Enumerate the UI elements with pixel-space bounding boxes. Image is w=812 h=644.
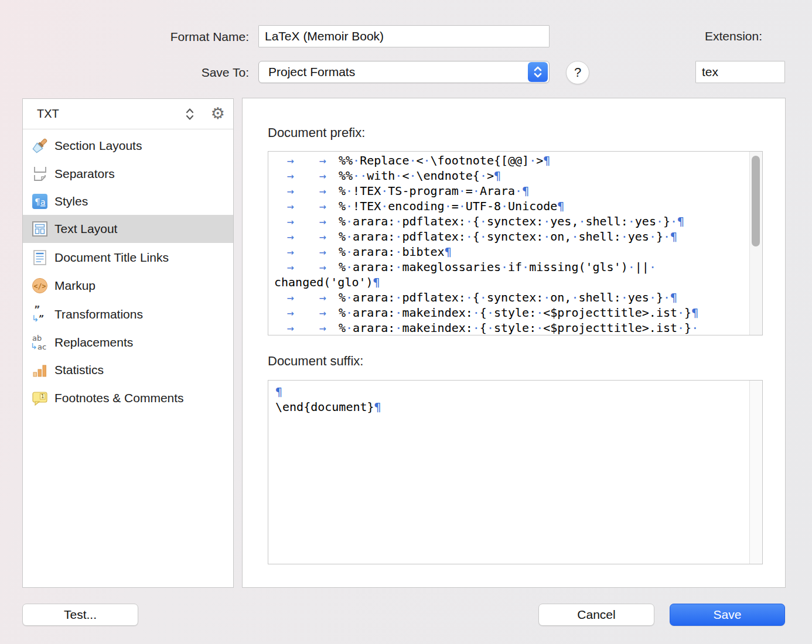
text-layout-icon [30,220,50,238]
save-to-label: Save To: [129,66,249,80]
svg-text:”: ” [39,313,44,323]
sidebar-item-label: Statistics [54,363,104,377]
svg-text:1: 1 [41,393,44,399]
quotes-arrow-icon: ” ↳ ” [30,306,50,323]
sidebar-item-label: Footnotes & Comments [54,391,184,405]
comment-bubble-icon: 1 [30,389,50,407]
sidebar-item-replacements[interactable]: ab ↳ ac Replacements [23,328,233,357]
chevron-up-down-icon[interactable] [528,62,548,82]
cancel-button[interactable]: Cancel [538,604,654,626]
svg-text:↳: ↳ [30,341,37,351]
sidebar-item-label: Markup [54,279,95,293]
test-button-label: Test... [64,608,97,622]
document-prefix-text[interactable]: →→%%·Replace·<·\footnote{[@@]·>¶→→%%··wi… [268,153,749,335]
text-layout-pane: Document prefix: →→%%·Replace·<·\footnot… [242,98,786,588]
compile-format-dialog: Format Name: Extension: Save To: Project… [0,0,812,644]
sidebar-item-statistics[interactable]: Statistics [23,356,233,384]
ab-to-ac-icon: ab ↳ ac [30,334,50,351]
sidebar-item-document-title-links[interactable]: Document Title Links [23,244,233,272]
svg-text:↳: ↳ [32,313,39,323]
save-to-select[interactable]: Project Formats [258,61,550,83]
sidebar: TXT ⚙ Section Layouts [22,98,234,588]
sidebar-item-section-layouts[interactable]: Section Layouts [23,132,233,160]
extension-label: Extension: [705,29,762,43]
format-name-label: Format Name: [70,30,249,44]
paintbrush-icon [30,137,50,155]
sidebar-item-text-layout[interactable]: Text Layout [23,215,233,243]
question-mark-icon: ? [574,65,581,80]
test-button[interactable]: Test... [22,604,138,626]
sidebar-item-label: Replacements [54,335,133,350]
cancel-button-label: Cancel [577,608,615,622]
save-button[interactable]: Save [670,604,785,626]
chevron-up-down-icon[interactable] [185,107,195,121]
sidebar-item-label: Separators [54,167,115,181]
sidebar-item-markup[interactable]: </> Markup [23,272,233,300]
help-button[interactable]: ? [566,61,589,84]
save-button-label: Save [714,608,742,622]
format-name-input[interactable] [258,25,550,47]
svg-text:ac: ac [37,342,46,351]
pane-selector-bar: TXT ⚙ [23,99,233,129]
extension-input[interactable] [695,61,785,83]
styles-icon: ¶ a [30,193,50,210]
prefix-scrollbar-thumb[interactable] [752,156,760,246]
prefix-scrollbar-track[interactable] [749,152,762,335]
bar-chart-icon [30,361,50,379]
sidebar-item-label: Styles [54,194,88,208]
svg-text:¶: ¶ [35,197,40,207]
svg-text:a: a [40,197,46,207]
pane-selector[interactable]: TXT [37,107,185,121]
document-prefix-editor[interactable]: →→%%·Replace·<·\footnote{[@@]·>¶→→%%··wi… [268,151,763,335]
sidebar-item-footnotes-comments[interactable]: 1 Footnotes & Comments [23,384,233,412]
sidebar-item-separators[interactable]: Separators [23,160,233,188]
code-circle-icon: </> [30,277,50,294]
sidebar-item-transformations[interactable]: ” ↳ ” Transformations [23,300,233,328]
save-to-selected-value: Project Formats [259,65,528,79]
separators-icon [30,165,50,183]
sidebar-item-styles[interactable]: ¶ a Styles [23,187,233,215]
document-icon [30,249,50,266]
sidebar-item-label: Document Title Links [54,251,169,265]
suffix-scrollbar-track[interactable] [749,381,762,564]
gear-icon[interactable]: ⚙ [211,106,225,122]
sidebar-item-label: Text Layout [54,222,117,236]
svg-text:</>: </> [34,282,46,290]
document-prefix-label: Document prefix: [268,125,365,141]
document-suffix-editor[interactable]: ¶\end{document}¶ [268,380,763,564]
document-suffix-text[interactable]: ¶\end{document}¶ [268,384,749,564]
sidebar-item-label: Section Layouts [54,139,142,153]
sidebar-item-label: Transformations [54,307,143,321]
document-suffix-label: Document suffix: [268,354,363,369]
